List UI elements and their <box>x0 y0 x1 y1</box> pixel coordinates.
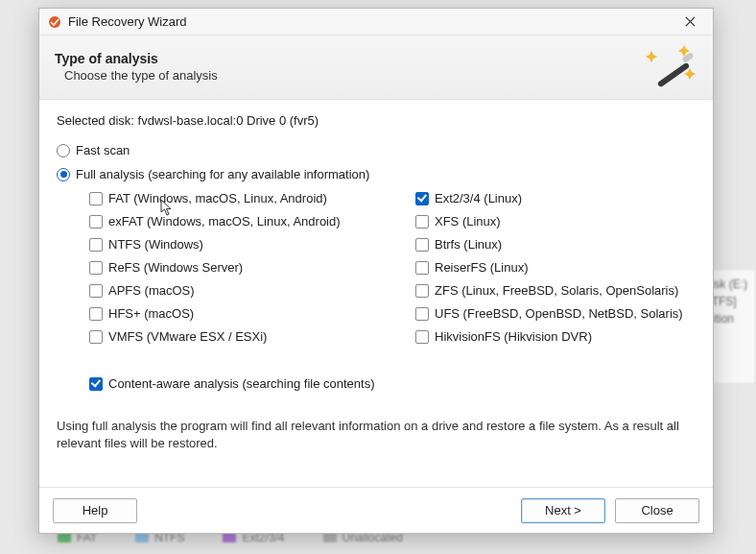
checkbox-icon <box>89 377 103 391</box>
checkbox-ntfs[interactable]: NTFS (Windows) <box>89 237 396 252</box>
page-subheading: Choose the type of analysis <box>64 68 634 83</box>
checkbox-icon <box>89 307 103 321</box>
checkbox-ufs[interactable]: UFS (FreeBSD, OpenBSD, NetBSD, Solaris) <box>415 306 696 321</box>
checkbox-apfs-label: APFS (macOS) <box>108 283 195 298</box>
checkbox-refs-label: ReFS (Windows Server) <box>108 260 243 275</box>
checkbox-ntfs-label: NTFS (Windows) <box>108 237 203 252</box>
bg-swatch-unalloc <box>323 533 337 542</box>
close-icon[interactable] <box>674 12 705 33</box>
checkbox-icon <box>415 330 429 344</box>
checkbox-ext-label: Ext2/3/4 (Linux) <box>435 191 522 205</box>
wizard-dialog: File Recovery Wizard Type of analysis Ch… <box>38 8 714 534</box>
radio-fast-scan-label: Fast scan <box>76 143 130 157</box>
radio-fast-scan[interactable]: Fast scan <box>57 143 696 157</box>
checkbox-icon <box>415 238 429 252</box>
svg-point-0 <box>49 16 60 28</box>
checkbox-vmfs[interactable]: VMFS (VMware ESX / ESXi) <box>89 329 396 344</box>
radio-full-analysis-label: Full analysis (searching for any availab… <box>76 167 369 181</box>
selected-disk-row: Selected disk: fvdwsl-base.local:0 Drive… <box>57 113 696 128</box>
checkbox-icon <box>415 307 429 321</box>
selected-disk-label: Selected disk: <box>57 113 134 128</box>
checkbox-btrfs-label: Btrfs (Linux) <box>435 237 502 252</box>
checkbox-icon <box>415 215 429 229</box>
selected-disk-value: fvdwsl-base.local:0 Drive 0 (fvr5) <box>138 113 319 128</box>
checkbox-hfs-label: HFS+ (macOS) <box>108 306 194 321</box>
checkbox-exfat[interactable]: exFAT (Windows, macOS, Linux, Android) <box>89 214 396 229</box>
header-text: Type of analysis Choose the type of anal… <box>55 51 634 83</box>
svg-marker-5 <box>684 68 696 80</box>
checkbox-reiserfs[interactable]: ReiserFS (Linux) <box>415 260 696 275</box>
checkbox-refs[interactable]: ReFS (Windows Server) <box>89 260 396 275</box>
checkbox-icon <box>89 261 103 275</box>
svg-marker-3 <box>646 51 657 62</box>
close-button[interactable]: Close <box>615 498 699 523</box>
checkbox-xfs[interactable]: XFS (Linux) <box>415 214 696 229</box>
checkbox-icon <box>89 330 103 344</box>
next-button[interactable]: Next > <box>521 498 605 523</box>
checkbox-btrfs[interactable]: Btrfs (Linux) <box>415 237 696 252</box>
page-heading: Type of analysis <box>55 51 634 66</box>
checkbox-icon <box>415 284 429 298</box>
checkbox-fat[interactable]: FAT (Windows, macOS, Linux, Android) <box>89 191 396 205</box>
bg-swatch-ext <box>223 533 236 542</box>
checkbox-icon <box>89 192 103 205</box>
radio-full-analysis[interactable]: Full analysis (searching for any availab… <box>57 167 696 181</box>
description-text: Using full analysis the program will fin… <box>57 418 696 451</box>
radio-icon <box>57 168 70 181</box>
checkbox-vmfs-label: VMFS (VMware ESX / ESXi) <box>108 329 267 344</box>
checkbox-icon <box>415 261 429 275</box>
bg-swatch-ntfs <box>135 533 149 542</box>
checkbox-icon <box>415 192 429 205</box>
window-title: File Recovery Wizard <box>68 14 674 29</box>
checkbox-ext[interactable]: Ext2/3/4 (Linux) <box>415 191 696 205</box>
checkbox-zfs-label: ZFS (Linux, FreeBSD, Solaris, OpenSolari… <box>435 283 678 298</box>
checkbox-icon <box>89 238 103 252</box>
checkbox-reiserfs-label: ReiserFS (Linux) <box>435 260 529 275</box>
svg-rect-6 <box>657 62 691 87</box>
checkbox-content-aware-label: Content-aware analysis (searching file c… <box>108 376 374 391</box>
bg-swatch-fat <box>58 533 71 542</box>
filesystem-grid: FAT (Windows, macOS, Linux, Android) Ext… <box>89 191 696 344</box>
titlebar: File Recovery Wizard <box>39 9 713 36</box>
checkbox-exfat-label: exFAT (Windows, macOS, Linux, Android) <box>108 214 341 229</box>
radio-icon <box>57 144 70 157</box>
wizard-wand-icon <box>646 45 697 87</box>
checkbox-xfs-label: XFS (Linux) <box>435 214 501 229</box>
checkbox-icon <box>89 284 103 298</box>
content-area: Selected disk: fvdwsl-base.local:0 Drive… <box>39 100 713 487</box>
checkbox-ufs-label: UFS (FreeBSD, OpenBSD, NetBSD, Solaris) <box>435 306 683 321</box>
checkbox-hikvisionfs-label: HikvisionFS (Hikvision DVR) <box>435 329 592 344</box>
checkbox-icon <box>89 215 103 229</box>
checkbox-apfs[interactable]: APFS (macOS) <box>89 283 396 298</box>
footer: Help Next > Close <box>39 487 713 533</box>
checkbox-fat-label: FAT (Windows, macOS, Linux, Android) <box>108 191 327 205</box>
checkbox-content-aware[interactable]: Content-aware analysis (searching file c… <box>89 376 696 391</box>
help-button[interactable]: Help <box>53 498 137 523</box>
header-band: Type of analysis Choose the type of anal… <box>39 36 713 100</box>
checkbox-zfs[interactable]: ZFS (Linux, FreeBSD, Solaris, OpenSolari… <box>415 283 696 298</box>
app-icon <box>47 14 62 30</box>
checkbox-hikvisionfs[interactable]: HikvisionFS (Hikvision DVR) <box>415 329 696 344</box>
checkbox-hfs[interactable]: HFS+ (macOS) <box>89 306 396 321</box>
